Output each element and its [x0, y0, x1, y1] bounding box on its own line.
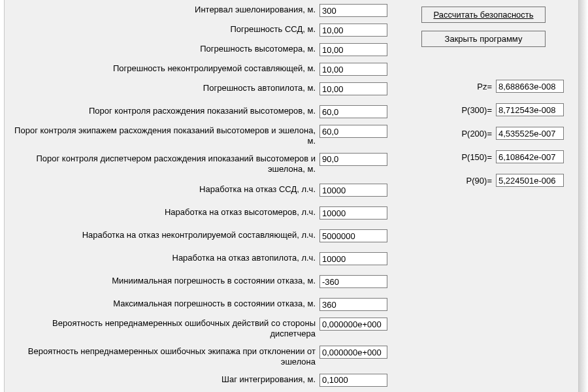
- result-label: P(150)=: [395, 152, 496, 162]
- form-row: Вероятность непреднамеренных ошибочных д…: [5, 318, 578, 339]
- field-input[interactable]: [319, 252, 387, 265]
- form-row: Наработка на отказ неконтролируемой сост…: [5, 229, 578, 242]
- field-input[interactable]: [319, 206, 387, 220]
- window-shadow: [579, 0, 588, 392]
- field-input[interactable]: [319, 43, 387, 56]
- field-input[interactable]: [319, 153, 387, 166]
- result-value: 8,688663e-008: [496, 80, 564, 93]
- field-label: Наработка на отказ автопилота, л.ч.: [5, 252, 319, 263]
- result-value: 6,108642e-007: [496, 150, 564, 163]
- form-row: Вероятность непреднамеренных ошибочных э…: [5, 346, 578, 367]
- result-row: P(300)=8,712543e-008: [395, 103, 572, 116]
- field-input[interactable]: [319, 4, 387, 17]
- field-input[interactable]: [319, 24, 387, 37]
- result-label: Pz=: [395, 82, 496, 91]
- field-label: Порог контроля экипажем расхождения пока…: [5, 125, 319, 146]
- form-row: Миниимальная погрешность в состоянии отк…: [5, 275, 578, 288]
- result-value: 8,712543e-008: [496, 103, 564, 116]
- field-input[interactable]: [319, 184, 387, 197]
- form-row: Наработка на отказ высотомеров, л.ч.: [5, 206, 578, 220]
- field-label: Погрешность автопилота, м.: [5, 82, 319, 93]
- result-label: P(200)=: [395, 129, 496, 139]
- field-label: Вероятность непреднамеренных ошибочных д…: [5, 318, 319, 339]
- field-label: Погрешность неконтролируемой составляюще…: [5, 63, 319, 74]
- field-input[interactable]: [319, 105, 387, 118]
- calculate-button[interactable]: Рассчитать безопасность: [421, 7, 546, 23]
- field-input[interactable]: [319, 229, 387, 242]
- content-area: Интервал эшелонирования, м.Погрешность С…: [5, 0, 578, 392]
- field-input[interactable]: [319, 298, 387, 311]
- field-label: Порог контроля расхождения показаний выс…: [5, 105, 319, 116]
- field-label: Наработка на отказ ССД, л.ч.: [5, 184, 319, 195]
- field-label: Шаг интегрирования, м.: [5, 374, 319, 385]
- result-label: P(300)=: [395, 105, 496, 115]
- field-label: Вероятность непреднамеренных ошибочных э…: [5, 346, 319, 367]
- result-value: 4,535525e-007: [496, 127, 564, 140]
- field-input[interactable]: [319, 275, 387, 288]
- close-button[interactable]: Закрыть программу: [421, 31, 546, 47]
- field-input[interactable]: [319, 125, 387, 138]
- result-label: P(90)=: [395, 176, 496, 186]
- field-label: Наработка на отказ неконтролируемой сост…: [5, 229, 319, 240]
- result-row: P(90)=5,224501e-006: [395, 174, 572, 187]
- result-row: P(200)=4,535525e-007: [395, 127, 572, 140]
- result-row: P(150)=6,108642e-007: [395, 150, 572, 163]
- field-input[interactable]: [319, 346, 387, 359]
- field-label: Максимальная погрешность в состоянии отк…: [5, 298, 319, 309]
- field-label: Погрешность высотомера, м.: [5, 43, 319, 54]
- field-label: Порог контроля диспетчером расхождения и…: [5, 153, 319, 174]
- result-row: Pz=8,688663e-008: [395, 80, 572, 93]
- form-row: Шаг интегрирования, м.: [5, 374, 578, 387]
- result-value: 5,224501e-006: [496, 174, 564, 187]
- results-box: Pz=8,688663e-008P(300)=8,712543e-008P(20…: [395, 80, 572, 187]
- field-input[interactable]: [319, 63, 387, 76]
- field-label: Наработка на отказ высотомеров, л.ч.: [5, 206, 319, 218]
- field-input[interactable]: [319, 82, 387, 95]
- field-input[interactable]: [319, 374, 387, 387]
- app-frame: Интервал эшелонирования, м.Погрешность С…: [4, 0, 579, 392]
- form-row: Максимальная погрешность в состоянии отк…: [5, 298, 578, 311]
- right-column: Рассчитать безопасность Закрыть программ…: [395, 7, 572, 197]
- field-label: Погрешность ССД, м.: [5, 24, 319, 35]
- field-label: Интервал эшелонирования, м.: [5, 4, 319, 15]
- field-input[interactable]: [319, 318, 387, 331]
- form-row: Наработка на отказ автопилота, л.ч.: [5, 252, 578, 265]
- field-label: Миниимальная погрешность в состоянии отк…: [5, 275, 319, 286]
